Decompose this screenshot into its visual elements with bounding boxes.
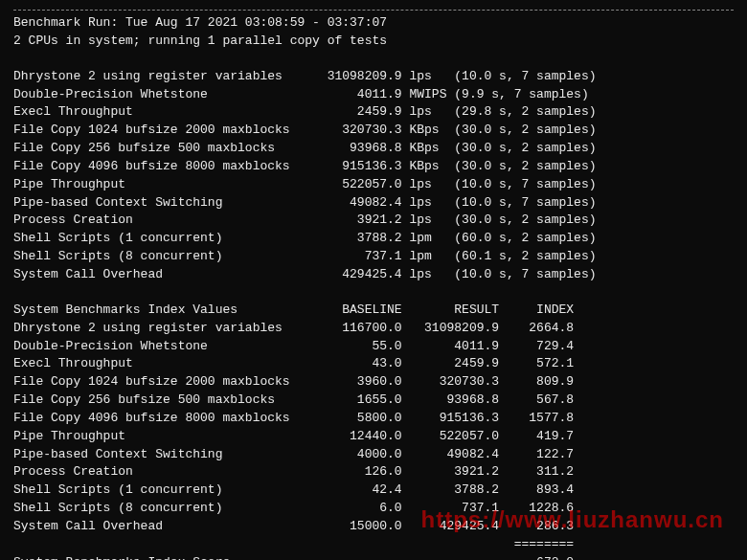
test-result-row: Execl Throughput 2459.9 lps (29.8 s, 2 s… <box>13 103 734 122</box>
index-value-row: File Copy 4096 bufsize 8000 maxblocks 58… <box>13 410 734 428</box>
index-value-row: Execl Throughput 43.0 2459.9 572.1 <box>13 355 734 373</box>
test-result-row: Pipe Throughput 522057.0 lps (10.0 s, 7 … <box>13 176 734 194</box>
index-value-row: Dhrystone 2 using register variables 116… <box>13 320 734 338</box>
test-result-row: System Call Overhead 429425.4 lps (10.0 … <box>13 266 734 284</box>
index-value-row: Pipe-based Context Switching 4000.0 4908… <box>13 446 734 464</box>
test-result-row: File Copy 1024 bufsize 2000 maxblocks 32… <box>13 122 734 140</box>
cpu-info-line: 2 CPUs in system; running 1 parallel cop… <box>13 33 734 51</box>
test-result-row: Double-Precision Whetstone 4011.9 MWIPS … <box>13 86 734 104</box>
index-value-row: Shell Scripts (8 concurrent) 6.0 737.1 1… <box>13 500 734 518</box>
index-value-row: Process Creation 126.0 3921.2 311.2 <box>13 463 734 482</box>
index-header-row: System Benchmarks Index Values BASELINE … <box>13 302 734 320</box>
test-results-block: Dhrystone 2 using register variables 310… <box>13 68 734 284</box>
index-value-row: Shell Scripts (1 concurrent) 42.4 3788.2… <box>13 482 734 500</box>
index-value-row: Pipe Throughput 12440.0 522057.0 419.7 <box>13 428 734 446</box>
index-value-row: System Call Overhead 15000.0 429425.4 28… <box>13 518 734 536</box>
blank-row <box>13 284 734 302</box>
equals-divider: ======== <box>13 536 734 554</box>
test-result-row: Shell Scripts (8 concurrent) 737.1 lpm (… <box>13 248 734 266</box>
index-values-block: Dhrystone 2 using register variables 116… <box>13 320 734 536</box>
index-value-row: File Copy 256 bufsize 500 maxblocks 1655… <box>13 392 734 410</box>
benchmark-run-line: Benchmark Run: Tue Aug 17 2021 03:08:59 … <box>13 14 734 33</box>
top-divider <box>13 10 734 11</box>
score-line: System Benchmarks Index Score 672.0 <box>13 554 734 560</box>
test-result-row: Pipe-based Context Switching 49082.4 lps… <box>13 194 734 213</box>
index-value-row: File Copy 1024 bufsize 2000 maxblocks 39… <box>13 373 734 392</box>
test-result-row: File Copy 4096 bufsize 8000 maxblocks 91… <box>13 158 734 176</box>
test-result-row: Shell Scripts (1 concurrent) 3788.2 lpm … <box>13 230 734 248</box>
index-value-row: Double-Precision Whetstone 55.0 4011.9 7… <box>13 338 734 356</box>
test-result-row: Process Creation 3921.2 lps (30.0 s, 2 s… <box>13 212 734 230</box>
test-result-row: Dhrystone 2 using register variables 310… <box>13 68 734 86</box>
test-result-row: File Copy 256 bufsize 500 maxblocks 9396… <box>13 140 734 158</box>
blank-row <box>13 51 734 68</box>
